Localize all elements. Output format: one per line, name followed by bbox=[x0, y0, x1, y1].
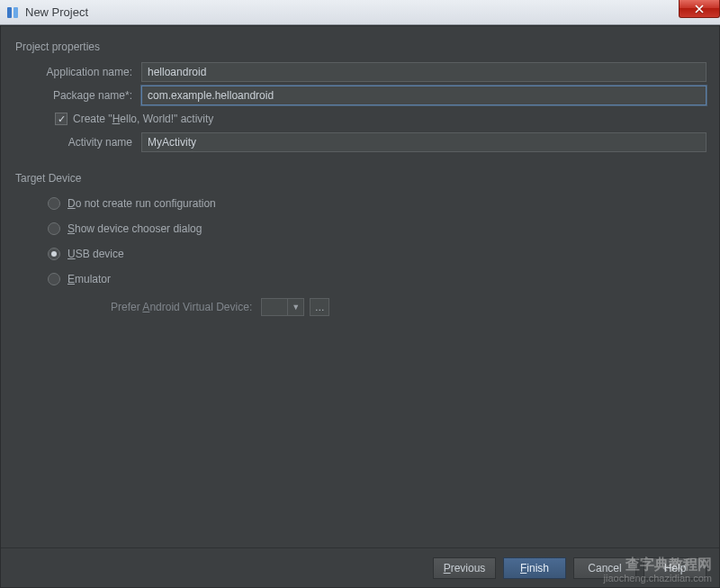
label-activity-name: Activity name bbox=[14, 136, 141, 149]
input-package-name[interactable] bbox=[141, 86, 706, 105]
titlebar: New Project bbox=[0, 0, 720, 25]
row-activity-name: Activity name bbox=[14, 132, 706, 152]
window-title: New Project bbox=[25, 5, 88, 19]
radio-input-do-not-create[interactable] bbox=[48, 197, 60, 210]
avd-dropdown-button[interactable]: ▼ bbox=[288, 298, 304, 316]
radio-emulator[interactable]: Emulator bbox=[48, 273, 706, 285]
row-application-name: Application name: bbox=[14, 62, 706, 82]
finish-button[interactable]: Finish bbox=[503, 557, 566, 579]
radio-group-target-device: Do not create run configuration Show dev… bbox=[48, 197, 706, 316]
avd-combo[interactable] bbox=[261, 298, 288, 316]
label-package-name: Package name*: bbox=[14, 89, 141, 102]
radio-input-emulator[interactable] bbox=[48, 273, 60, 285]
input-activity-name[interactable] bbox=[141, 132, 706, 152]
cancel-button[interactable]: Cancel bbox=[573, 557, 636, 579]
button-bar: Previous Finish Cancel Help bbox=[1, 547, 719, 587]
checkbox-create-hello-world[interactable]: ✓ bbox=[55, 113, 68, 125]
radio-input-usb-device[interactable] bbox=[48, 248, 60, 260]
section-project-properties: Project properties bbox=[15, 41, 706, 53]
close-button[interactable] bbox=[679, 0, 720, 18]
label-create-hello-world: Create "Hello, World!" activity bbox=[73, 113, 213, 125]
radio-usb-device[interactable]: USB device bbox=[48, 248, 706, 260]
radio-show-device-chooser[interactable]: Show device chooser dialog bbox=[48, 222, 706, 235]
app-icon bbox=[5, 5, 20, 20]
input-application-name[interactable] bbox=[141, 62, 706, 82]
svg-rect-0 bbox=[7, 7, 12, 18]
avd-browse-button[interactable]: … bbox=[310, 298, 329, 316]
label-application-name: Application name: bbox=[14, 66, 141, 78]
row-create-hello-world[interactable]: ✓ Create "Hello, World!" activity bbox=[55, 113, 706, 125]
help-button[interactable]: Help bbox=[644, 557, 706, 579]
window-body: Project properties Application name: Pac… bbox=[0, 25, 720, 588]
svg-rect-1 bbox=[14, 7, 18, 18]
previous-button[interactable]: Previous bbox=[433, 557, 496, 579]
radio-input-show-device-chooser[interactable] bbox=[48, 222, 60, 235]
radio-do-not-create[interactable]: Do not create run configuration bbox=[48, 197, 706, 210]
section-target-device: Target Device bbox=[15, 172, 706, 185]
row-prefer-avd: Prefer Android Virtual Device: ▼ … bbox=[111, 298, 706, 316]
label-prefer-avd: Prefer Android Virtual Device: bbox=[111, 301, 252, 313]
row-package-name: Package name*: bbox=[14, 86, 706, 105]
